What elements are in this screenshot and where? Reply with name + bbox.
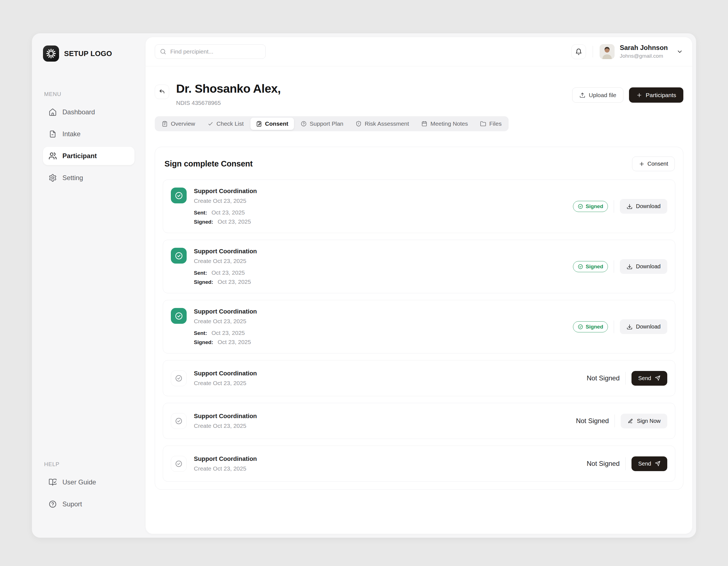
consent-item-created: Create Oct 23, 2025 bbox=[194, 197, 257, 204]
signed-date: Oct 23, 2025 bbox=[218, 278, 251, 285]
unsigned-check-tile bbox=[171, 413, 187, 429]
sidebar-item-intake[interactable]: Intake bbox=[43, 125, 135, 143]
send-button[interactable]: Send bbox=[631, 456, 667, 471]
consent-item-title: Support Coordination bbox=[194, 413, 257, 420]
tab-label: Files bbox=[489, 120, 501, 127]
check-icon bbox=[207, 121, 214, 127]
unsigned-check-tile bbox=[171, 456, 187, 472]
main-panel: Sarah Johnson Johns@gmail.com Dr. Shosan… bbox=[146, 37, 692, 534]
signed-badge-label: Signed bbox=[586, 203, 603, 209]
signed-badge: Signed bbox=[573, 321, 608, 333]
clipboard-icon bbox=[162, 121, 168, 127]
signed-badge-label: Signed bbox=[586, 324, 603, 330]
signed-row: Signed:Oct 23, 2025 bbox=[194, 218, 257, 225]
topbar: Sarah Johnson Johns@gmail.com bbox=[146, 37, 692, 66]
send-button[interactable]: Send bbox=[631, 371, 667, 386]
sidebar-item-participant[interactable]: Participant bbox=[43, 147, 135, 165]
help-circle-icon bbox=[49, 500, 57, 508]
logo-text: SETUP LOGO bbox=[64, 49, 112, 58]
add-consent-button[interactable]: Consent bbox=[632, 156, 675, 171]
sidebar-item-label: Dashboard bbox=[62, 108, 95, 116]
plus-icon bbox=[639, 161, 645, 167]
tab-meeting-notes[interactable]: Meeting Notes bbox=[416, 118, 473, 130]
topbar-right: Sarah Johnson Johns@gmail.com bbox=[571, 44, 683, 59]
sidebar-help-section: HELP User GuideSuport bbox=[43, 461, 135, 513]
download-button[interactable]: Download bbox=[620, 259, 667, 274]
page-title: Dr. Shosanko Alex, bbox=[176, 82, 281, 95]
back-arrow-icon bbox=[159, 88, 165, 95]
circle-check-icon bbox=[175, 417, 182, 425]
topbar-divider bbox=[593, 46, 593, 57]
sidebar-item-label: Suport bbox=[62, 500, 82, 508]
not-signed-label: Not Signed bbox=[587, 374, 620, 382]
tab-support-plan[interactable]: Support Plan bbox=[295, 118, 349, 130]
tab-overview[interactable]: Overview bbox=[156, 118, 201, 130]
pen-icon bbox=[627, 418, 633, 424]
ndis-number: NDIS 435678965 bbox=[176, 100, 281, 106]
download-label: Download bbox=[636, 324, 661, 330]
consent-item-created: Create Oct 23, 2025 bbox=[194, 465, 257, 472]
sidebar-item-suport[interactable]: Suport bbox=[43, 495, 135, 513]
plus-icon bbox=[636, 92, 642, 98]
row-divider bbox=[625, 372, 626, 385]
add-participants-button[interactable]: Participants bbox=[629, 87, 683, 103]
signed-date: Oct 23, 2025 bbox=[218, 218, 251, 225]
consent-item-created: Create Oct 23, 2025 bbox=[194, 423, 257, 429]
search-icon bbox=[160, 48, 166, 55]
consent-item-row: Support CoordinationCreate Oct 23, 2025S… bbox=[163, 300, 675, 354]
search-box bbox=[155, 44, 266, 59]
sidebar-item-user-guide[interactable]: User Guide bbox=[43, 473, 135, 491]
search-input[interactable] bbox=[170, 48, 261, 55]
notifications-button[interactable] bbox=[571, 44, 586, 59]
signed-check-tile bbox=[171, 308, 187, 324]
row-divider bbox=[614, 200, 614, 213]
sent-date: Oct 23, 2025 bbox=[212, 330, 245, 336]
upload-file-button[interactable]: Upload file bbox=[572, 87, 623, 103]
signed-label: Signed: bbox=[194, 219, 213, 225]
consent-card-header: Sign complete Consent Consent bbox=[163, 155, 675, 171]
signed-label: Signed: bbox=[194, 339, 213, 346]
user-name: Sarah Johnson bbox=[620, 44, 668, 51]
consent-card: Sign complete Consent Consent Support Co… bbox=[155, 147, 683, 490]
tab-label: Check List bbox=[217, 120, 244, 127]
consent-item-title: Support Coordination bbox=[194, 370, 257, 377]
unsigned-check-tile bbox=[171, 371, 187, 386]
chevron-down-icon[interactable] bbox=[676, 48, 683, 55]
sidebar-item-setting[interactable]: Setting bbox=[43, 169, 135, 187]
tab-bar: OverviewCheck ListConsentSupport PlanRis… bbox=[155, 116, 509, 131]
download-button[interactable]: Download bbox=[620, 199, 667, 214]
tab-label: Overview bbox=[171, 120, 195, 127]
tab-files[interactable]: Files bbox=[475, 118, 507, 130]
help-section-label: HELP bbox=[44, 461, 135, 468]
circle-check-icon bbox=[175, 191, 183, 200]
sent-row: Sent:Oct 23, 2025 bbox=[194, 209, 257, 216]
consent-item-created: Create Oct 23, 2025 bbox=[194, 258, 257, 264]
back-button[interactable] bbox=[155, 85, 169, 99]
consent-item-title: Support Coordination bbox=[194, 187, 257, 195]
row-divider bbox=[625, 457, 626, 470]
send-icon bbox=[655, 461, 661, 467]
gear-icon bbox=[49, 174, 57, 182]
sidebar-item-label: User Guide bbox=[62, 478, 96, 486]
row-divider bbox=[615, 415, 615, 427]
consent-list: Support CoordinationCreate Oct 23, 2025S… bbox=[163, 179, 675, 482]
consent-item-row: Support CoordinationCreate Oct 23, 2025N… bbox=[163, 403, 675, 439]
tab-consent[interactable]: Consent bbox=[250, 118, 294, 130]
consent-item-row: Support CoordinationCreate Oct 23, 2025S… bbox=[163, 179, 675, 233]
consent-heading: Sign complete Consent bbox=[164, 159, 253, 168]
download-button[interactable]: Download bbox=[620, 319, 667, 334]
tab-label: Consent bbox=[265, 120, 288, 127]
tab-label: Risk Assessment bbox=[365, 120, 409, 127]
calendar-icon bbox=[421, 121, 427, 127]
sidebar-help: User GuideSuport bbox=[43, 473, 135, 513]
sign-now-button[interactable]: Sign Now bbox=[621, 414, 667, 428]
sidebar-item-dashboard[interactable]: Dashboard bbox=[43, 103, 135, 121]
consent-item-body: Support CoordinationCreate Oct 23, 2025 bbox=[194, 413, 257, 429]
avatar[interactable] bbox=[600, 44, 615, 59]
tab-check-list[interactable]: Check List bbox=[202, 118, 249, 130]
title-block: Dr. Shosanko Alex, NDIS 435678965 bbox=[176, 82, 281, 106]
home-icon bbox=[49, 108, 57, 116]
consent-item-actions: Not SignedSend bbox=[587, 371, 667, 386]
download-icon bbox=[626, 324, 633, 330]
tab-risk-assessment[interactable]: Risk Assessment bbox=[350, 118, 415, 130]
